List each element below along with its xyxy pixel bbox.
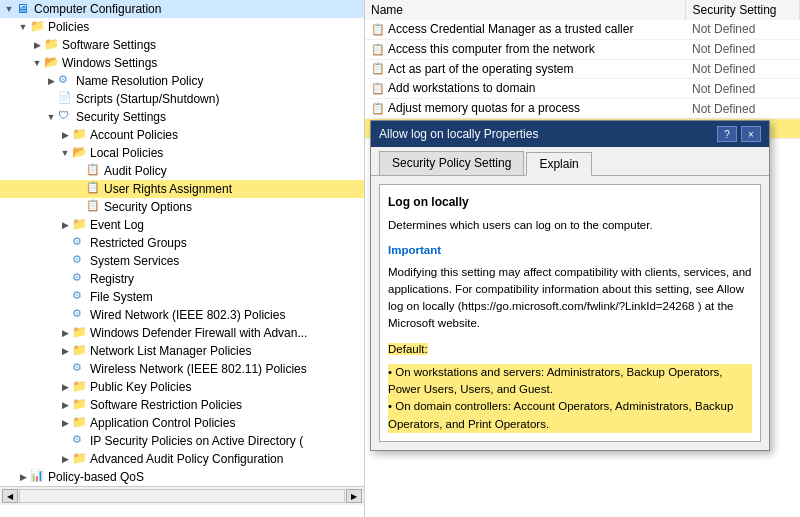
tree-scrollbar[interactable]: ◀ ▶ [0, 486, 364, 505]
wireless-network-icon: ⚙ [72, 361, 88, 377]
dialog-tab-explain[interactable]: Explain [526, 152, 591, 176]
tree-audit-policy[interactable]: ▶ 📋 Audit Policy [0, 162, 364, 180]
tree-adv-audit[interactable]: ▶ 📁 Advanced Audit Policy Configuration [0, 450, 364, 468]
restricted-groups-icon: ⚙ [72, 235, 88, 251]
dialog-help-button[interactable]: ? [717, 126, 737, 142]
expand-root[interactable]: ▼ [2, 2, 16, 16]
table-row[interactable]: 📋Act as part of the operating systemNot … [365, 59, 800, 79]
expand-event-log[interactable]: ▶ [58, 218, 72, 232]
policy-row-icon: 📋 [371, 43, 385, 57]
tree-wired-network[interactable]: ▶ ⚙ Wired Network (IEEE 802.3) Policies [0, 306, 364, 324]
tree-account-policies[interactable]: ▶ 📁 Account Policies [0, 126, 364, 144]
local-policies-label: Local Policies [90, 146, 163, 160]
tree-scripts[interactable]: ▶ 📄 Scripts (Startup/Shutdown) [0, 90, 364, 108]
firewall-label: Windows Defender Firewall with Advan... [90, 326, 307, 340]
expand-security[interactable]: ▼ [44, 110, 58, 124]
security-settings-label: Security Settings [76, 110, 166, 124]
tree-software-settings[interactable]: ▶ 📁 Software Settings [0, 36, 364, 54]
expand-account[interactable]: ▶ [58, 128, 72, 142]
tree-windows-settings[interactable]: ▼ 📂 Windows Settings [0, 54, 364, 72]
public-key-icon: 📁 [72, 379, 88, 395]
expand-software[interactable]: ▶ [30, 38, 44, 52]
col-name-header: Name [365, 0, 686, 20]
adv-audit-label: Advanced Audit Policy Configuration [90, 452, 283, 466]
wireless-network-label: Wireless Network (IEEE 802.11) Policies [90, 362, 307, 376]
tree-policy-qos[interactable]: ▶ 📊 Policy-based QoS [0, 468, 364, 486]
dialog-titlebar-buttons: ? × [717, 126, 761, 142]
tree-app-control[interactable]: ▶ 📁 Application Control Policies [0, 414, 364, 432]
scripts-icon: 📄 [58, 91, 74, 107]
scroll-track[interactable] [19, 489, 345, 503]
tree-defender-firewall[interactable]: ▶ 📁 Windows Defender Firewall with Advan… [0, 324, 364, 342]
scroll-right[interactable]: ▶ [346, 489, 362, 503]
expand-net-list[interactable]: ▶ [58, 344, 72, 358]
windows-settings-label: Windows Settings [62, 56, 157, 70]
tree-wireless-network[interactable]: ▶ ⚙ Wireless Network (IEEE 802.11) Polic… [0, 360, 364, 378]
policy-row-icon: 📋 [371, 102, 385, 116]
expand-windows[interactable]: ▼ [30, 56, 44, 70]
dialog-tab-security[interactable]: Security Policy Setting [379, 151, 524, 175]
tree-registry[interactable]: ▶ ⚙ Registry [0, 270, 364, 288]
tree-restricted-groups[interactable]: ▶ ⚙ Restricted Groups [0, 234, 364, 252]
expand-firewall[interactable]: ▶ [58, 326, 72, 340]
name-resolution-icon: ⚙ [58, 73, 74, 89]
tree-policies[interactable]: ▼ 📁 Policies [0, 18, 364, 36]
table-row[interactable]: 📋Adjust memory quotas for a processNot D… [365, 99, 800, 119]
policy-name: 📋Access this computer from the network [365, 39, 686, 59]
tree-name-resolution[interactable]: ▶ ⚙ Name Resolution Policy [0, 72, 364, 90]
wired-network-icon: ⚙ [72, 307, 88, 323]
event-log-label: Event Log [90, 218, 144, 232]
tree-network-list[interactable]: ▶ 📁 Network List Manager Policies [0, 342, 364, 360]
expand-qos[interactable]: ▶ [16, 470, 30, 484]
dialog-titlebar: Allow log on locally Properties ? × [371, 121, 769, 147]
tree-public-key[interactable]: ▶ 📁 Public Key Policies [0, 378, 364, 396]
qos-icon: 📊 [30, 469, 46, 485]
tree-system-services[interactable]: ▶ ⚙ System Services [0, 252, 364, 270]
tree-panel[interactable]: ▼ 🖥 Computer Configuration ▼ 📁 Policies … [0, 0, 365, 517]
tree-event-log[interactable]: ▶ 📁 Event Log [0, 216, 364, 234]
ip-security-icon: ⚙ [72, 433, 88, 449]
tree-local-policies[interactable]: ▼ 📂 Local Policies [0, 144, 364, 162]
expand-public-key[interactable]: ▶ [58, 380, 72, 394]
expand-sw-restriction[interactable]: ▶ [58, 398, 72, 412]
tree-root[interactable]: ▼ 🖥 Computer Configuration [0, 0, 364, 18]
file-system-label: File System [90, 290, 153, 304]
network-list-label: Network List Manager Policies [90, 344, 251, 358]
security-settings-icon: 🛡 [58, 109, 74, 125]
tree-security-options[interactable]: ▶ 📋 Security Options [0, 198, 364, 216]
policy-name: 📋Act as part of the operating system [365, 59, 686, 79]
expand-adv-audit[interactable]: ▶ [58, 452, 72, 466]
dialog-close-button[interactable]: × [741, 126, 761, 142]
col-value-header: Security Setting [686, 0, 800, 20]
expand-app-control[interactable]: ▶ [58, 416, 72, 430]
account-policies-label: Account Policies [90, 128, 178, 142]
policies-label: Policies [48, 20, 89, 34]
policy-name: 📋Access Credential Manager as a trusted … [365, 20, 686, 39]
table-row[interactable]: 📋Access Credential Manager as a trusted … [365, 20, 800, 39]
expand-policies[interactable]: ▼ [16, 20, 30, 34]
scroll-left[interactable]: ◀ [2, 489, 18, 503]
registry-icon: ⚙ [72, 271, 88, 287]
tree-software-restriction[interactable]: ▶ 📁 Software Restriction Policies [0, 396, 364, 414]
explain-important-label: Important [388, 242, 752, 259]
policy-value: Not Defined [686, 20, 800, 39]
tree-user-rights[interactable]: ▶ 📋 User Rights Assignment [0, 180, 364, 198]
software-settings-label: Software Settings [62, 38, 156, 52]
policy-row-icon: 📋 [371, 62, 385, 76]
user-rights-label: User Rights Assignment [104, 182, 232, 196]
table-row[interactable]: 📋Add workstations to domainNot Defined [365, 79, 800, 99]
expand-name-res[interactable]: ▶ [44, 74, 58, 88]
policy-name: 📋Add workstations to domain [365, 79, 686, 99]
tree-ip-security[interactable]: ▶ ⚙ IP Security Policies on Active Direc… [0, 432, 364, 450]
network-list-icon: 📁 [72, 343, 88, 359]
dialog: Allow log on locally Properties ? × Secu… [370, 120, 770, 451]
expand-local[interactable]: ▼ [58, 146, 72, 160]
tree-security-settings[interactable]: ▼ 🛡 Security Settings [0, 108, 364, 126]
table-row[interactable]: 📋Access this computer from the networkNo… [365, 39, 800, 59]
policy-row-icon: 📋 [371, 23, 385, 37]
tree-file-system[interactable]: ▶ ⚙ File System [0, 288, 364, 306]
policy-value: Not Defined [686, 79, 800, 99]
tree-root-label: Computer Configuration [34, 2, 161, 16]
firewall-icon: 📁 [72, 325, 88, 341]
registry-label: Registry [90, 272, 134, 286]
